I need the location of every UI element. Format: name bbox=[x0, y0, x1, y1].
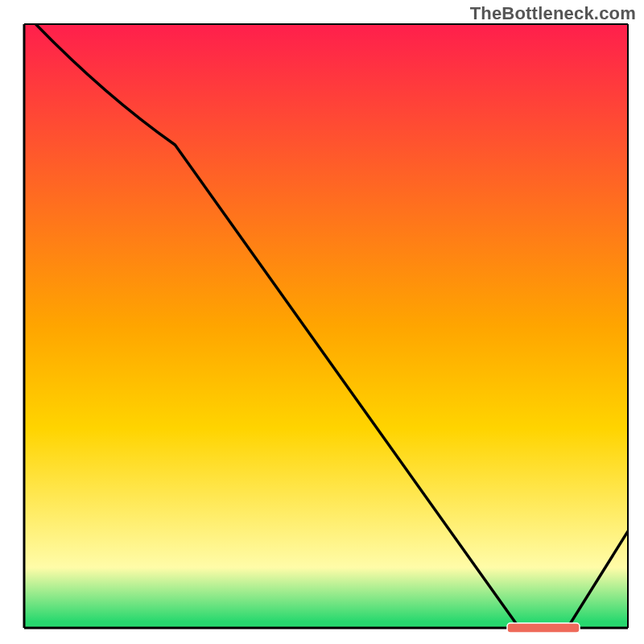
gradient-background bbox=[24, 24, 628, 628]
sweet-spot-marker bbox=[507, 623, 580, 633]
chart-svg bbox=[0, 0, 644, 644]
chart-container: TheBottleneck.com bbox=[0, 0, 644, 644]
